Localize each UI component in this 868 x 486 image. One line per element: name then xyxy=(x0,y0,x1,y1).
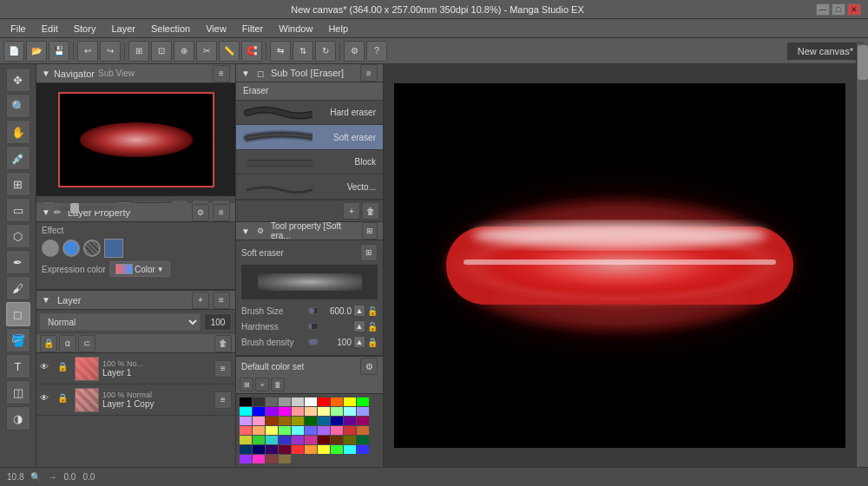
color-cell[interactable] xyxy=(357,417,369,425)
tool-eyedrop[interactable]: 💉 xyxy=(6,146,30,170)
color-cell[interactable] xyxy=(292,445,304,454)
color-cell[interactable] xyxy=(253,445,265,454)
color-cell[interactable] xyxy=(344,436,356,444)
color-cell[interactable] xyxy=(253,455,265,463)
color-cell[interactable] xyxy=(266,397,278,406)
brush-item-hard[interactable]: Hard eraser xyxy=(236,101,383,126)
color-cell[interactable] xyxy=(253,417,265,425)
tp-hardness-inc[interactable]: ▲ xyxy=(353,320,365,332)
layer-lock-1[interactable]: 🔒 xyxy=(57,362,71,376)
tb-canvas-settings[interactable]: ⚙ xyxy=(344,41,365,62)
color-cell[interactable] xyxy=(357,445,369,454)
color-cell[interactable] xyxy=(292,397,304,406)
subview-tab[interactable]: Sub View xyxy=(98,69,135,78)
menu-story[interactable]: Story xyxy=(67,22,103,36)
tb-help[interactable]: ? xyxy=(366,41,387,62)
expr-color-button[interactable]: Color ▼ xyxy=(109,261,170,277)
tool-move[interactable]: ✥ xyxy=(6,68,30,92)
cs-view-btn[interactable]: ⊞ xyxy=(240,378,253,391)
color-cell[interactable] xyxy=(253,397,265,406)
tool-brush[interactable]: 🖌 xyxy=(6,276,30,300)
tb-new[interactable]: 📄 xyxy=(3,41,24,62)
brush-item-soft[interactable]: Soft eraser xyxy=(236,125,383,150)
tb-snap[interactable]: 🧲 xyxy=(241,41,262,62)
color-cell[interactable] xyxy=(266,407,278,416)
color-cell[interactable] xyxy=(266,417,278,425)
menu-window[interactable]: Window xyxy=(272,22,319,36)
color-cell[interactable] xyxy=(305,417,317,425)
canvas-viewport[interactable] xyxy=(384,64,856,467)
color-cell[interactable] xyxy=(240,426,252,435)
color-cell[interactable] xyxy=(318,436,330,444)
lp-menu-btn[interactable]: ≡ xyxy=(213,204,230,221)
tool-transform2[interactable]: ⊞ xyxy=(6,172,30,196)
tp-density-slider[interactable] xyxy=(308,338,319,345)
minimize-button[interactable]: — xyxy=(816,3,830,16)
window-controls[interactable]: — □ ✕ xyxy=(816,3,861,16)
color-cell[interactable] xyxy=(331,397,343,406)
tp-brush-size-inc[interactable]: ▲ xyxy=(353,305,365,317)
menu-layer[interactable]: Layer xyxy=(104,22,142,36)
color-cell[interactable] xyxy=(357,397,369,406)
menu-file[interactable]: File xyxy=(3,22,33,36)
tb-rotate[interactable]: ↻ xyxy=(315,41,336,62)
close-button[interactable]: ✕ xyxy=(847,3,861,16)
layer-options-2[interactable]: ≡ xyxy=(214,391,232,409)
tb-select-all[interactable]: ⊡ xyxy=(151,41,172,62)
color-cell[interactable] xyxy=(318,426,330,435)
color-cell[interactable] xyxy=(279,417,291,425)
menu-view[interactable]: View xyxy=(199,22,233,36)
color-cell[interactable] xyxy=(331,407,343,416)
tb-undo[interactable]: ↩ xyxy=(77,41,98,62)
cs-del-btn[interactable]: 🗑 xyxy=(271,378,285,391)
color-cell[interactable] xyxy=(292,407,304,416)
tool-gradient[interactable]: ◫ xyxy=(6,380,30,404)
tp-hardness-slider[interactable] xyxy=(308,323,319,330)
color-cell[interactable] xyxy=(292,436,304,444)
color-cell[interactable] xyxy=(344,407,356,416)
tool-zoom[interactable]: 🔍 xyxy=(6,94,30,118)
sub-tool-menu[interactable]: ≡ xyxy=(360,64,378,82)
layer-clipping-btn[interactable]: ⊂ xyxy=(78,335,95,352)
color-cell[interactable] xyxy=(253,426,265,435)
color-cell[interactable] xyxy=(305,426,317,435)
tb-open[interactable]: 📂 xyxy=(26,41,47,62)
tool-select-rect[interactable]: ▭ xyxy=(6,198,30,222)
color-cell[interactable] xyxy=(266,455,278,463)
tb-flip-v[interactable]: ⇅ xyxy=(293,41,313,62)
color-cell[interactable] xyxy=(292,426,304,435)
tool-eraser[interactable]: ◻ xyxy=(6,302,30,326)
color-cell[interactable] xyxy=(240,445,252,454)
layer-trash-btn[interactable]: 🗑 xyxy=(214,335,232,352)
color-cell[interactable] xyxy=(279,407,291,416)
opacity-input[interactable] xyxy=(204,313,232,331)
color-cell[interactable] xyxy=(305,445,317,454)
tb-flip-h[interactable]: ⇆ xyxy=(270,41,291,62)
add-brush-btn[interactable]: + xyxy=(343,202,360,220)
tool-pen[interactable]: ✒ xyxy=(6,250,30,274)
color-cell[interactable] xyxy=(357,407,369,416)
tp-settings-icon[interactable]: ⊞ xyxy=(360,244,378,261)
tb-crop[interactable]: ✂ xyxy=(196,41,217,62)
swatch-pattern[interactable] xyxy=(83,240,101,257)
menu-help[interactable]: Help xyxy=(321,22,355,36)
color-cell[interactable] xyxy=(279,426,291,435)
color-cell[interactable] xyxy=(240,397,252,406)
lp-settings-btn[interactable]: ⚙ xyxy=(192,204,209,221)
zoom-slider-thumb[interactable] xyxy=(70,203,79,213)
tool-fill[interactable]: 🪣 xyxy=(6,328,30,352)
tp-density-inc[interactable]: ▲ xyxy=(353,336,365,348)
color-cell[interactable] xyxy=(279,455,291,463)
brush-item-vector[interactable]: Vecto... xyxy=(236,174,383,200)
color-cell[interactable] xyxy=(279,436,291,444)
swatch-color[interactable] xyxy=(62,240,80,257)
color-cell[interactable] xyxy=(240,455,252,463)
tp-expand-btn[interactable]: ⊞ xyxy=(362,222,378,240)
tool-hand[interactable]: ✋ xyxy=(6,120,30,144)
navigator-menu[interactable]: ≡ xyxy=(213,65,230,82)
color-cell[interactable] xyxy=(240,407,252,416)
color-cell[interactable] xyxy=(305,436,317,444)
delete-brush-btn[interactable]: 🗑 xyxy=(362,202,379,220)
color-cell[interactable] xyxy=(318,397,330,406)
color-cell[interactable] xyxy=(240,436,252,444)
